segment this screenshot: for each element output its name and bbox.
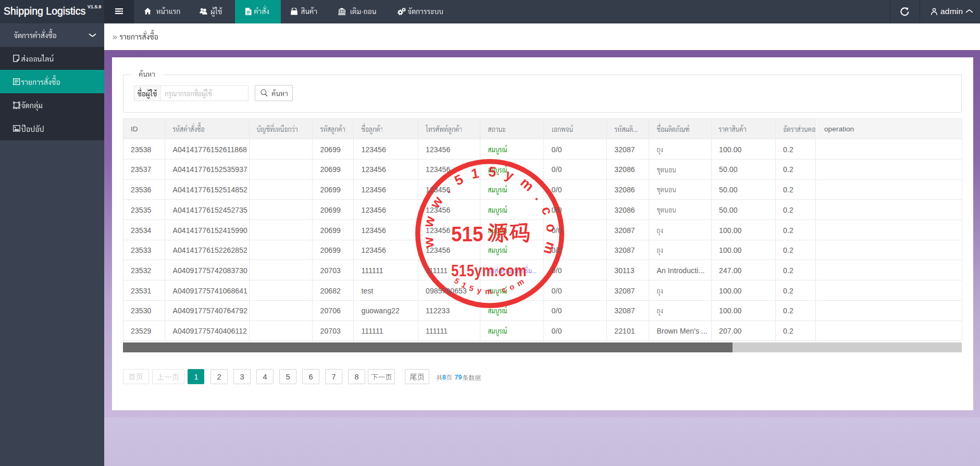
svg-text:515: 515 — [451, 223, 483, 246]
svg-text:515ym.com: 515ym.com — [451, 261, 527, 279]
